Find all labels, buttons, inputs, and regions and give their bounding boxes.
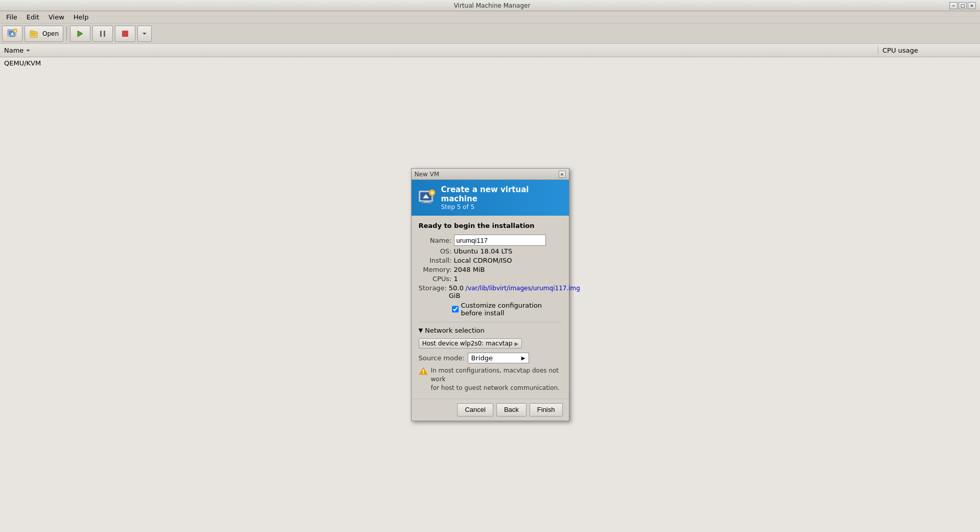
network-dropdown: Host device wlp2s0: macvtap ▶ (419, 338, 562, 349)
svg-text:★: ★ (430, 191, 434, 195)
storage-size: 50.0 GiB (449, 284, 464, 299)
storage-row: Storage: 50.0 GiB /var/lib/libvirt/image… (419, 284, 562, 299)
svg-text:✦: ✦ (14, 29, 16, 33)
warning-icon: ! (419, 366, 428, 376)
name-input[interactable] (454, 235, 546, 246)
dialog-header-icon: ★ (418, 189, 436, 207)
cancel-button[interactable]: Cancel (457, 403, 493, 417)
network-section-title: Network selection (425, 327, 485, 334)
memory-row: Memory: 2048 MiB (419, 266, 562, 273)
open-icon (29, 28, 40, 39)
svg-rect-14 (122, 31, 128, 37)
memory-label: Memory: (419, 266, 452, 273)
dialog-title-text: New VM (415, 171, 440, 178)
collapse-arrow-icon: ▼ (419, 327, 423, 334)
storage-path: /var/lib/libvirt/images/urumqi117.img (466, 285, 580, 292)
install-row: Install: Local CDROM/ISO (419, 257, 562, 264)
open-vm-button[interactable]: Open (25, 26, 63, 42)
svg-marker-15 (142, 33, 147, 35)
window-title: Virtual Machine Manager (35, 2, 949, 9)
dialog-close-button[interactable]: × (559, 171, 566, 178)
svg-rect-8 (30, 31, 34, 32)
svg-rect-4 (10, 36, 15, 37)
svg-rect-12 (100, 31, 102, 37)
name-row: Name: (419, 235, 562, 246)
os-row: OS: Ubuntu 18.04 LTS (419, 247, 562, 255)
customize-row: Customize configuration before install (452, 302, 562, 317)
finish-button[interactable]: Finish (530, 403, 563, 417)
svg-rect-9 (31, 33, 36, 34)
svg-marker-16 (26, 50, 30, 52)
source-mode-value: Bridge (471, 354, 493, 362)
storage-label: Storage: (419, 284, 447, 292)
menu-bar: File Edit View Help (0, 11, 980, 24)
run-icon (75, 28, 86, 39)
network-section-header[interactable]: ▼ Network selection (419, 327, 562, 334)
new-vm-icon: ✦ (7, 28, 18, 39)
source-mode-select[interactable]: Bridge ▶ (468, 353, 529, 363)
os-value: Ubuntu 18.04 LTS (454, 247, 562, 255)
memory-value: 2048 MiB (454, 266, 562, 273)
new-vm-dialog: New VM × ★ (411, 168, 569, 421)
view-menu[interactable]: View (44, 12, 68, 22)
pause-button[interactable] (92, 26, 113, 42)
new-vm-button[interactable]: ✦ (2, 26, 22, 42)
os-label: OS: (419, 247, 452, 255)
host-device-label: Host device wlp2s0: macvtap (422, 340, 513, 347)
title-bar: Virtual Machine Manager − □ × (0, 0, 980, 11)
warning-text: In most configurations, macvtap does not… (431, 366, 562, 392)
host-device-arrow: ▶ (514, 341, 518, 346)
cpus-row: CPUs: 1 (419, 275, 562, 283)
vm-list-item[interactable]: QEMU/KVM (0, 57, 980, 69)
svg-rect-7 (30, 32, 37, 37)
svg-text:!: ! (422, 369, 424, 375)
sort-icon (26, 48, 31, 53)
dialog-footer: Cancel Back Finish (412, 399, 569, 421)
cpus-label: CPUs: (419, 275, 452, 283)
dropdown-button[interactable] (137, 26, 152, 42)
network-section: ▼ Network selection Host device wlp2s0: … (419, 322, 562, 392)
help-menu[interactable]: Help (69, 12, 93, 22)
open-label: Open (42, 30, 59, 37)
source-mode-row: Source mode: Bridge ▶ (419, 353, 562, 363)
name-column-header[interactable]: Name (0, 47, 878, 54)
source-mode-label: Source mode: (419, 354, 465, 362)
svg-marker-11 (78, 31, 83, 37)
dialog-step-subtitle: Step 5 of 5 (441, 203, 563, 211)
customize-label: Customize configuration before install (461, 302, 562, 317)
pause-icon (97, 28, 108, 39)
cpu-column-header: CPU usage (878, 47, 980, 54)
ready-text: Ready to begin the installation (419, 222, 562, 229)
install-label: Install: (419, 257, 452, 264)
source-mode-arrow: ▶ (521, 355, 525, 361)
toolbar-separator (66, 27, 67, 41)
stop-button[interactable] (115, 26, 135, 42)
toolbar: ✦ Open (0, 24, 980, 44)
dialog-title-bar: New VM × (412, 169, 569, 180)
cpus-value: 1 (454, 275, 562, 283)
name-label: Name: (419, 237, 452, 244)
dialog-body: Ready to begin the installation Name: OS… (412, 216, 569, 398)
run-button[interactable] (70, 26, 90, 42)
dialog-overlay: New VM × ★ (0, 57, 980, 532)
dialog-main-title: Create a new virtual machine (441, 185, 563, 203)
close-window-button[interactable]: × (968, 2, 976, 9)
warning-row: ! In most configurations, macvtap does n… (419, 366, 562, 392)
svg-rect-3 (11, 35, 14, 36)
dialog-header-text: Create a new virtual machine Step 5 of 5 (441, 185, 563, 211)
file-menu[interactable]: File (2, 12, 21, 22)
edit-menu[interactable]: Edit (22, 12, 43, 22)
back-button[interactable]: Back (496, 403, 527, 417)
vm-list-header: Name CPU usage (0, 44, 980, 57)
install-value: Local CDROM/ISO (454, 257, 562, 264)
svg-rect-10 (31, 35, 35, 36)
window-controls: − □ × (949, 2, 976, 9)
customize-checkbox[interactable] (452, 306, 459, 313)
vm-list: QEMU/KVM New VM × (0, 57, 980, 532)
minimize-button[interactable]: − (949, 2, 958, 9)
svg-rect-21 (422, 202, 432, 203)
maximize-button[interactable]: □ (959, 2, 967, 9)
svg-rect-13 (104, 31, 105, 37)
dialog-header: ★ Create a new virtual machine Step 5 of… (412, 180, 569, 216)
host-device-button[interactable]: Host device wlp2s0: macvtap ▶ (419, 338, 522, 349)
